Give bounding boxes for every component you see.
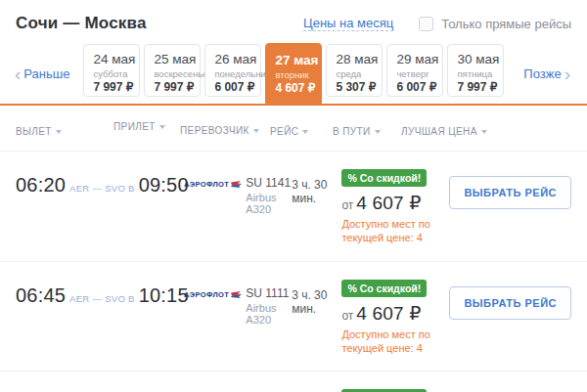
- date-card-weekday: понедельник: [214, 68, 260, 79]
- date-card-price: 7 997 ₽: [457, 80, 503, 94]
- discount-badge: % Со скидкой!: [341, 280, 427, 297]
- date-card-price: 7 997 ₽: [154, 80, 200, 94]
- flight-duration: 3 ч. 30 мин.: [292, 388, 341, 392]
- sort-caret-icon: [56, 130, 62, 134]
- flight-duration: 3 ч. 30 мин.: [292, 279, 341, 316]
- flight-times: 06:20 AER — SVO B 09:50: [16, 168, 180, 196]
- flight-number: SU 1111: [246, 279, 292, 300]
- flight-search-results: Сочи — Москва Цены на месяц Только прямы…: [0, 0, 587, 392]
- date-card-date: 24 мая: [93, 52, 139, 66]
- date-card-28-may[interactable]: 28 мая среда 5 307 ₽: [326, 44, 383, 97]
- date-card-date: 29 мая: [396, 52, 442, 66]
- sort-flight-label: Рейс: [270, 126, 298, 137]
- date-card-weekday: среда: [336, 68, 382, 79]
- date-card-price: 4 607 ₽: [275, 81, 321, 95]
- sort-duration[interactable]: В пути: [333, 126, 381, 137]
- sort-flight[interactable]: Рейс: [270, 126, 308, 137]
- earlier-label: Раньше: [23, 66, 69, 81]
- sort-carrier-label: Перевозчик: [180, 125, 249, 136]
- date-card-26-may[interactable]: 26 мая понедельник 6 007 ₽: [204, 44, 261, 97]
- discount-badge: % Со скидкой!: [341, 169, 427, 187]
- sort-caret-icon: [159, 125, 165, 129]
- date-card-29-may[interactable]: 29 мая четверг 6 007 ₽: [386, 44, 443, 97]
- arrive-time: 10:15: [139, 284, 189, 307]
- page-title: Сочи — Москва: [16, 14, 303, 33]
- flight-info: SU 1111 Airbus A320: [246, 279, 292, 326]
- date-card-27-may-selected[interactable]: 27 мая вторник 4 607 ₽: [265, 43, 322, 104]
- arrive-time: 09:50: [139, 174, 189, 196]
- sort-arrive[interactable]: Прилет: [113, 121, 165, 132]
- date-card-weekday: вторник: [275, 69, 321, 80]
- carrier-name: АЭРОФЛОТ: [184, 290, 229, 299]
- sort-caret-icon: [253, 129, 259, 133]
- chevron-right-icon: ›: [562, 65, 573, 83]
- sort-best-price[interactable]: Лучшая цена: [401, 126, 487, 137]
- aircraft-type: Airbus A320: [246, 192, 292, 215]
- direct-flights-label: Только прямые рейсы: [441, 17, 571, 31]
- aeroflot-flag-icon: [231, 181, 242, 188]
- select-flight-button[interactable]: ВЫБРАТЬ РЕЙС: [449, 176, 571, 209]
- later-label: Позже: [523, 66, 561, 81]
- sort-depart-label: Вылет: [16, 126, 52, 137]
- flight-row: 06:45 AER — SVO B 10:15 АЭРОФЛОТ SU 1111…: [0, 261, 587, 371]
- date-card-24-may[interactable]: 24 мая суббота 7 997 ₽: [83, 44, 140, 97]
- direct-flights-checkbox[interactable]: [419, 17, 433, 31]
- date-card-date: 27 мая: [275, 53, 321, 67]
- aeroflot-logo: АЭРОФЛОТ: [184, 279, 242, 299]
- date-card-date: 25 мая: [154, 52, 200, 66]
- availability-note: Доступно мест по текущей цене: 4: [341, 217, 451, 245]
- date-card-weekday: четверг: [396, 68, 442, 79]
- flight-row: 21:15 AER — SVO B 00:45 +1 АЭРОФЛОТ SU 1…: [0, 370, 587, 392]
- route-airports: AER — SVO B: [69, 183, 135, 194]
- page-header: Сочи — Москва Цены на месяц Только прямы…: [0, 0, 587, 43]
- depart-time: 06:20: [16, 174, 66, 196]
- earlier-button[interactable]: ‹ Раньше: [6, 65, 75, 83]
- sort-caret-icon: [481, 130, 487, 134]
- date-card-price: 5 307 ₽: [336, 80, 382, 94]
- flight-times: 06:45 AER — SVO B 10:15: [16, 279, 180, 307]
- sort-arrive-label: Прилет: [113, 121, 156, 132]
- date-card-price: 6 007 ₽: [214, 80, 260, 94]
- aeroflot-logo: АЭРОФЛОТ: [184, 388, 242, 392]
- flight-times: 21:15 AER — SVO B 00:45 +1: [16, 388, 180, 392]
- price-value: 4 607 ₽: [356, 193, 421, 213]
- sort-duration-label: В пути: [333, 126, 371, 137]
- price-block: % Со скидкой! от4 607 ₽ Доступно мест по…: [341, 279, 449, 356]
- aeroflot-logo: АЭРОФЛОТ: [184, 168, 242, 189]
- availability-note: Доступно мест по текущей цене: 4: [341, 327, 451, 356]
- date-card-25-may[interactable]: 25 мая воскресенье 7 997 ₽: [144, 44, 201, 97]
- date-card-weekday: воскресенье: [154, 68, 200, 79]
- date-card-price: 7 997 ₽: [93, 80, 139, 94]
- date-card-30-may[interactable]: 30 мая пятница 7 997 ₽: [447, 44, 504, 97]
- date-carousel: ‹ Раньше 24 мая суббота 7 997 ₽ 25 мая в…: [0, 43, 587, 106]
- select-flight-button[interactable]: ВЫБРАТЬ РЕЙС: [449, 286, 571, 320]
- flight-row: 06:20 AER — SVO B 09:50 АЭРОФЛОТ SU 1141…: [0, 151, 587, 261]
- direct-flights-filter[interactable]: Только прямые рейсы: [419, 17, 571, 31]
- price-prefix: от: [341, 198, 353, 212]
- date-card-date: 30 мая: [457, 52, 503, 66]
- carrier-name: АЭРОФЛОТ: [184, 180, 229, 189]
- date-card-price: 6 007 ₽: [396, 80, 442, 94]
- price-block: % Со скидкой! от4 607 ₽ Доступно мест по…: [341, 168, 449, 245]
- price-value: 4 607 ₽: [356, 303, 421, 324]
- date-card-date: 28 мая: [336, 52, 382, 66]
- depart-time: 06:45: [16, 284, 66, 307]
- date-card-weekday: суббота: [93, 68, 139, 79]
- sort-carrier[interactable]: Перевозчик: [180, 125, 259, 136]
- aircraft-type: Airbus A320: [246, 302, 292, 326]
- date-card-weekday: пятница: [457, 68, 503, 79]
- later-button[interactable]: Позже ›: [518, 65, 579, 83]
- flight-info: SU 1131 Airbus A321: [246, 388, 292, 392]
- price-block: % Со скидкой! от4 607 ₽ Доступно мест по…: [341, 388, 449, 392]
- month-prices-link[interactable]: Цены на месяц: [303, 16, 393, 31]
- flight-info: SU 1141 Airbus A320: [246, 168, 292, 215]
- flight-number: SU 1131: [246, 388, 292, 392]
- sort-depart[interactable]: Вылет: [16, 126, 62, 137]
- aeroflot-flag-icon: [231, 291, 242, 298]
- date-card-date: 26 мая: [214, 52, 260, 66]
- sort-caret-icon: [375, 130, 381, 134]
- route-airports: AER — SVO B: [69, 293, 135, 304]
- flight-duration: 3 ч. 30 мин.: [292, 168, 341, 205]
- flight-number: SU 1141: [246, 168, 292, 190]
- sort-caret-icon: [302, 130, 308, 134]
